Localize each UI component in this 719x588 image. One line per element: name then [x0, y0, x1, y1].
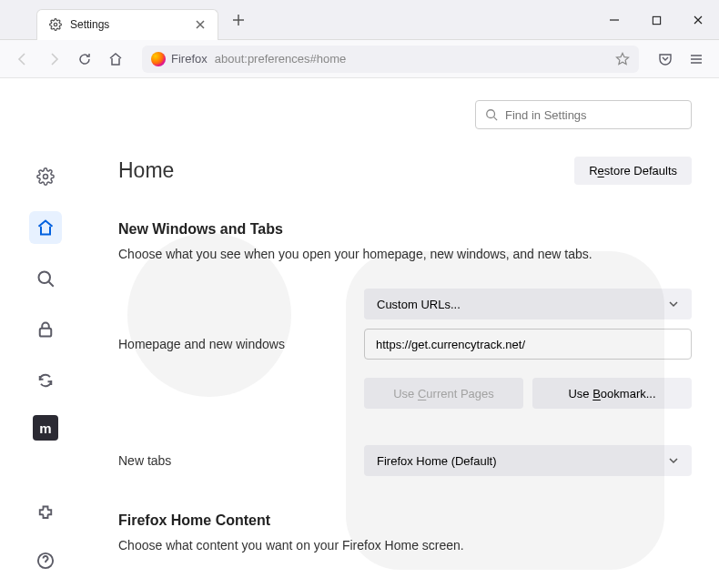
reload-button[interactable]	[71, 46, 98, 73]
section-desc: Choose what content you want on your Fir…	[118, 538, 692, 553]
home-button[interactable]	[102, 46, 129, 73]
tab-close-icon[interactable]	[194, 18, 207, 31]
tab-strip: Settings	[0, 0, 251, 40]
window-controls	[593, 0, 719, 40]
url-bar[interactable]: Firefox about:preferences#home	[142, 46, 639, 73]
homepage-label: Homepage and new windows	[118, 337, 364, 351]
pocket-button[interactable]	[652, 46, 679, 73]
settings-search[interactable]	[475, 100, 692, 129]
identity-label: Firefox	[171, 52, 208, 66]
sidebar-item-extensions[interactable]	[29, 497, 62, 530]
sidebar-item-more[interactable]: m	[33, 415, 58, 441]
svg-point-4	[44, 175, 48, 179]
settings-main: Home Restore Defaults New Windows and Ta…	[91, 78, 719, 588]
firefox-logo-icon	[151, 52, 166, 66]
newtabs-select[interactable]: Firefox Home (Default)	[364, 445, 692, 476]
svg-point-8	[487, 110, 495, 118]
gear-icon	[48, 17, 63, 32]
sidebar-item-home[interactable]	[29, 211, 62, 244]
sidebar-item-sync[interactable]	[29, 364, 62, 397]
homepage-buttons-row: Use Current Pages Use Bookmark...	[118, 369, 692, 436]
titlebar: Settings	[0, 0, 719, 40]
content-area: m Home Restore Defaults New Windows and …	[0, 78, 719, 588]
section-desc: Choose what you see when you open your h…	[118, 247, 692, 261]
restore-defaults-button[interactable]: Restore Defaults	[574, 157, 692, 185]
close-window-button[interactable]	[677, 0, 719, 40]
use-current-pages-button[interactable]: Use Current Pages	[364, 378, 523, 409]
use-bookmark-button[interactable]: Use Bookmark...	[532, 378, 692, 409]
select-value: Custom URLs...	[377, 298, 461, 311]
search-icon	[485, 108, 498, 121]
section-heading: Firefox Home Content	[118, 512, 692, 529]
sidebar-item-help[interactable]	[29, 544, 62, 577]
maximize-button[interactable]	[635, 0, 677, 40]
section-home-content: Firefox Home Content Choose what content…	[118, 512, 692, 553]
homepage-mode-select[interactable]: Custom URLs...	[364, 289, 692, 319]
chevron-down-icon	[668, 455, 679, 466]
identity-box[interactable]: Firefox	[151, 52, 208, 66]
sidebar-item-privacy[interactable]	[29, 313, 62, 346]
page-title: Home	[118, 158, 174, 183]
minimize-button[interactable]	[593, 0, 635, 40]
sidebar-item-search[interactable]	[29, 262, 62, 295]
section-heading: New Windows and Tabs	[118, 221, 692, 238]
select-value: Firefox Home (Default)	[377, 454, 496, 468]
newtabs-label: New tabs	[118, 453, 364, 468]
new-tab-button[interactable]	[226, 7, 251, 33]
url-text: about:preferences#home	[215, 52, 608, 66]
homepage-url-input[interactable]	[364, 329, 692, 360]
back-button[interactable]	[9, 46, 36, 73]
homepage-url-row: Homepage and new windows	[118, 329, 692, 360]
svg-rect-6	[40, 329, 52, 337]
svg-point-5	[39, 272, 51, 284]
settings-sidebar: m	[0, 78, 91, 588]
settings-search-input[interactable]	[505, 108, 682, 122]
tab-label: Settings	[70, 18, 187, 31]
app-menu-button[interactable]	[683, 46, 710, 73]
newtabs-row: New tabs Firefox Home (Default)	[118, 445, 692, 476]
chevron-down-icon	[668, 299, 679, 309]
homepage-select-row: Custom URLs...	[118, 289, 692, 319]
forward-button[interactable]	[40, 46, 67, 73]
svg-point-0	[54, 23, 57, 26]
toolbar: Firefox about:preferences#home	[0, 40, 719, 78]
bookmark-star-icon[interactable]	[615, 52, 630, 66]
page-header: Home Restore Defaults	[118, 157, 692, 185]
section-new-windows-tabs: New Windows and Tabs Choose what you see…	[118, 221, 692, 476]
sidebar-item-general[interactable]	[29, 160, 62, 193]
svg-rect-1	[653, 16, 660, 24]
tab-settings[interactable]: Settings	[36, 9, 218, 40]
